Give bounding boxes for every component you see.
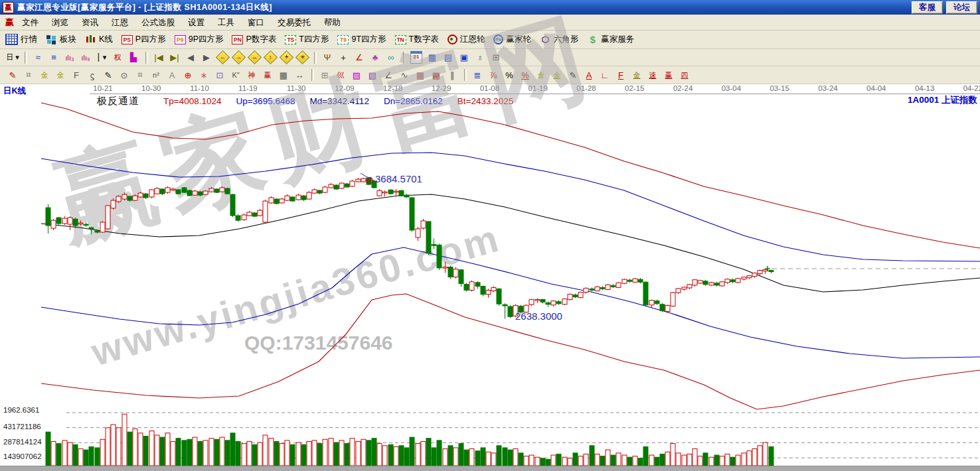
volume-bar-down	[573, 453, 578, 466]
volume-bar-up	[676, 453, 681, 466]
volume-bar-up	[747, 451, 752, 466]
volume-bar-up	[209, 438, 214, 466]
candle-down	[508, 306, 513, 316]
kline-chart-canvas[interactable]	[0, 0, 980, 471]
volume-bar-up	[469, 449, 474, 466]
candle-down	[410, 198, 414, 230]
candle-up	[339, 183, 344, 188]
candle-up	[111, 200, 116, 208]
volume-bar-down	[432, 448, 436, 466]
candle-up	[323, 187, 327, 192]
volume-bar-down	[301, 444, 306, 466]
candle-up	[220, 188, 224, 192]
candle-up	[280, 199, 284, 203]
candle-down	[214, 189, 219, 192]
volume-bar-up	[693, 449, 697, 466]
volume-bar-down	[660, 454, 665, 466]
volume-bar-down	[73, 444, 78, 466]
candle-down	[481, 287, 485, 295]
candle-down	[540, 299, 545, 302]
candle-down	[236, 216, 240, 220]
volume-bar-down	[160, 437, 165, 466]
volume-bar-up	[138, 433, 143, 466]
volume-bar-up	[687, 454, 692, 466]
candle-down	[546, 303, 550, 304]
candle-up	[263, 201, 268, 222]
volume-bar-down	[703, 453, 708, 466]
candle-down	[176, 190, 181, 194]
winner-gann-app: 赢 赢家江恩专业版[赢家服务平台] - [上证指数 SH1A0001-134日K…	[0, 0, 980, 471]
volume-bar-down	[611, 455, 615, 466]
volume-bar-down	[404, 448, 409, 466]
volume-bar-down	[481, 448, 485, 466]
candle-down	[317, 190, 322, 193]
volume-bar-down	[182, 440, 187, 466]
candle-down	[638, 279, 643, 282]
candle-up	[356, 179, 361, 182]
candle-up	[247, 212, 252, 216]
volume-bar-up	[382, 446, 387, 466]
candle-down	[475, 283, 480, 287]
volume-axis-label-2: 287814124	[3, 438, 64, 446]
candle-down	[56, 218, 61, 224]
candle-down	[464, 284, 469, 290]
volume-bar-down	[198, 441, 203, 466]
volume-bar-down	[274, 441, 279, 466]
volume-bar-up	[736, 455, 740, 466]
channel-line-Tp	[41, 103, 980, 248]
volume-bar-up	[193, 437, 197, 466]
volume-bar-up	[758, 446, 762, 466]
volume-bar-down	[546, 459, 550, 466]
price-annotation-2638.3000: 2638.3000	[515, 310, 562, 322]
volume-bar-down	[252, 444, 257, 466]
volume-axis-label-1: 431721186	[3, 423, 64, 431]
candle-up	[616, 283, 621, 287]
channel-line-Md	[41, 194, 980, 292]
volume-bar-down	[769, 446, 774, 466]
candle-down	[198, 192, 203, 195]
candle-up	[149, 190, 154, 197]
volume-bar-down	[540, 458, 545, 466]
volume-bar-up	[486, 452, 491, 466]
volume-bar-up	[149, 431, 154, 466]
volume-bar-up	[258, 442, 262, 466]
candle-down	[274, 199, 279, 204]
candle-up	[649, 301, 654, 305]
volume-bar-down	[638, 458, 643, 466]
candle-up	[720, 282, 724, 286]
volume-bar-up	[535, 457, 540, 466]
candle-down	[89, 228, 94, 229]
volume-bar-down	[290, 444, 295, 466]
volume-bar-up	[725, 454, 730, 466]
candle-up	[491, 288, 496, 291]
candle-up	[671, 293, 675, 306]
volume-bar-up	[416, 444, 420, 466]
candle-up	[633, 279, 637, 282]
horizontal-scrollbar[interactable]	[0, 466, 980, 471]
volume-bar-up	[361, 439, 366, 466]
candle-up	[682, 287, 687, 289]
volume-bar-down	[426, 438, 431, 466]
volume-bar-up	[513, 449, 518, 466]
candle-down	[703, 281, 708, 285]
candle-up	[693, 280, 697, 285]
volume-bar-down	[345, 444, 349, 466]
candle-up	[578, 292, 583, 297]
volume-bar-down	[590, 446, 594, 466]
candle-down	[448, 267, 453, 277]
volume-bar-up	[329, 438, 333, 466]
volume-bar-up	[682, 455, 687, 466]
volume-bar-down	[508, 450, 513, 466]
volume-bar-down	[497, 446, 501, 466]
candle-down	[73, 219, 78, 226]
candle-down	[301, 196, 306, 200]
volume-bar-up	[453, 448, 458, 466]
volume-bar-up	[763, 442, 768, 466]
volume-bar-up	[339, 440, 344, 466]
candle-up	[709, 283, 714, 285]
candle-up	[100, 222, 105, 232]
volume-bar-up	[622, 455, 627, 466]
candle-up	[329, 184, 333, 188]
volume-bar-down	[503, 448, 507, 466]
candle-down	[503, 304, 507, 306]
